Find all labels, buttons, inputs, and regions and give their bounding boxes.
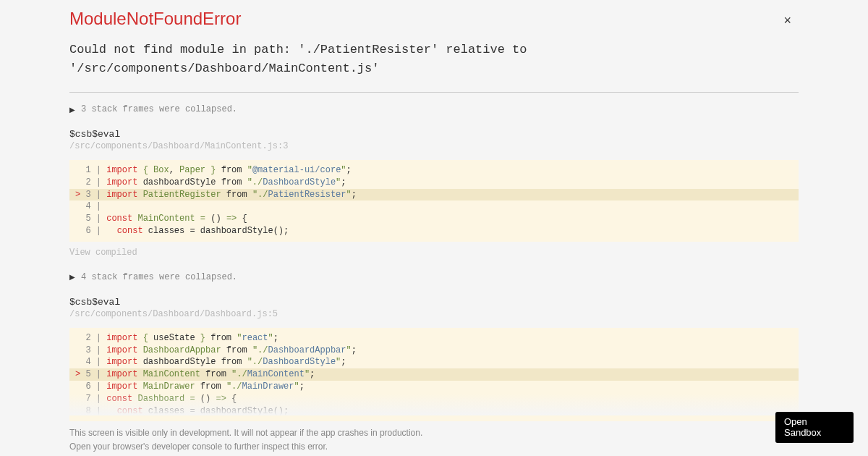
close-icon[interactable]: × bbox=[783, 13, 791, 28]
code-line: 2 | import { useState } from "react"; bbox=[69, 332, 799, 345]
stack-frame-path: /src/components/Dashboard/Dashboard.js:5 bbox=[69, 309, 799, 319]
code-line: 5 | const MainContent = () => { bbox=[69, 213, 799, 225]
code-line: 4 | bbox=[69, 200, 799, 213]
error-message-line: Could not find module in path: './Patien… bbox=[69, 41, 799, 59]
collapsed-frames-toggle[interactable]: ▶ 4 stack frames were collapsed. bbox=[69, 272, 799, 282]
stack-frame-path: /src/components/Dashboard/MainContent.js… bbox=[69, 141, 799, 151]
code-line: 8 | const classes = dashboardStyle(); bbox=[69, 405, 799, 418]
code-snippet: 1 | import { Box, Paper } from "@materia… bbox=[69, 160, 799, 242]
triangle-right-icon: ▶ bbox=[69, 273, 75, 281]
code-line-error: > 5 | import MainContent from "./MainCon… bbox=[69, 368, 799, 381]
error-title: ModuleNotFoundError bbox=[69, 9, 799, 29]
code-line: 4 | import dashboardStyle from "./Dashbo… bbox=[69, 356, 799, 368]
footer-notes: This screen is visible only in developme… bbox=[69, 427, 799, 456]
collapsed-frames-label: 3 stack frames were collapsed. bbox=[81, 104, 237, 114]
stack-frame-function: $csb$eval bbox=[69, 297, 799, 308]
error-overlay: ModuleNotFoundError Could not find modul… bbox=[0, 0, 868, 456]
code-line: 6 | const classes = dashboardStyle(); bbox=[69, 225, 799, 237]
code-line: 7 | const Dashboard = () => { bbox=[69, 393, 799, 405]
code-line: 6 | import MainDrawer from "./MainDrawer… bbox=[69, 381, 799, 393]
code-snippet: 2 | import { useState } from "react"; 3 … bbox=[69, 328, 799, 422]
code-line: 2 | import dashboardStyle from "./Dashbo… bbox=[69, 177, 799, 189]
collapsed-frames-label: 4 stack frames were collapsed. bbox=[81, 272, 237, 282]
code-line: 1 | import { Box, Paper } from "@materia… bbox=[69, 164, 799, 177]
view-compiled-link[interactable]: View compiled bbox=[69, 248, 799, 258]
triangle-right-icon: ▶ bbox=[69, 106, 75, 114]
collapsed-frames-toggle[interactable]: ▶ 3 stack frames were collapsed. bbox=[69, 104, 799, 114]
divider bbox=[69, 92, 799, 93]
error-message-line: '/src/components/Dashboard/MainContent.j… bbox=[69, 59, 799, 78]
code-line: 3 | import DashboardAppbar from "./Dashb… bbox=[69, 345, 799, 357]
open-sandbox-button[interactable]: Open Sandbox bbox=[775, 412, 854, 443]
error-message: Could not find module in path: './Patien… bbox=[69, 41, 799, 77]
footer-note-line: Open your browser's developer console to… bbox=[69, 441, 799, 453]
stack-frame-function: $csb$eval bbox=[69, 129, 799, 140]
code-line-error: > 3 | import PatientRegister from "./Pat… bbox=[69, 189, 799, 201]
footer-note-line: This screen is visible only in developme… bbox=[69, 427, 799, 439]
